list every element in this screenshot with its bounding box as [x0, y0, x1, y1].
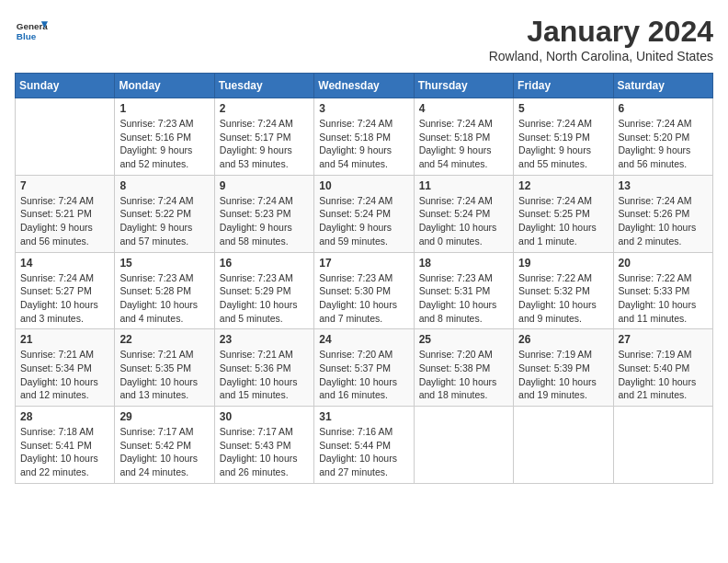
calendar-cell: 15Sunrise: 7:23 AM Sunset: 5:28 PM Dayli… — [115, 252, 214, 329]
calendar-cell: 19Sunrise: 7:22 AM Sunset: 5:32 PM Dayli… — [514, 252, 613, 329]
calendar-header-row: Sunday Monday Tuesday Wednesday Thursday… — [16, 74, 713, 98]
col-sunday: Sunday — [16, 74, 115, 98]
logo-icon: General Blue — [15, 15, 48, 48]
day-info: Sunrise: 7:24 AM Sunset: 5:18 PM Dayligh… — [319, 117, 408, 171]
calendar-cell: 5Sunrise: 7:24 AM Sunset: 5:19 PM Daylig… — [514, 98, 613, 176]
day-number: 16 — [220, 257, 309, 270]
day-number: 30 — [220, 410, 309, 423]
calendar-cell: 20Sunrise: 7:22 AM Sunset: 5:33 PM Dayli… — [613, 252, 712, 329]
calendar-cell: 1Sunrise: 7:23 AM Sunset: 5:16 PM Daylig… — [115, 98, 214, 176]
day-number: 23 — [220, 333, 309, 346]
calendar-cell: 18Sunrise: 7:23 AM Sunset: 5:31 PM Dayli… — [414, 252, 513, 329]
col-friday: Friday — [514, 74, 613, 98]
col-thursday: Thursday — [414, 74, 513, 98]
calendar-cell: 13Sunrise: 7:24 AM Sunset: 5:26 PM Dayli… — [613, 175, 712, 252]
calendar-cell: 17Sunrise: 7:23 AM Sunset: 5:30 PM Dayli… — [314, 252, 414, 329]
calendar-cell — [514, 407, 613, 484]
calendar-cell — [414, 407, 513, 484]
page-title: January 2024 — [489, 15, 713, 49]
day-number: 22 — [119, 333, 209, 346]
calendar-cell: 2Sunrise: 7:24 AM Sunset: 5:17 PM Daylig… — [214, 98, 313, 176]
day-info: Sunrise: 7:24 AM Sunset: 5:23 PM Dayligh… — [220, 194, 309, 248]
day-info: Sunrise: 7:16 AM Sunset: 5:44 PM Dayligh… — [319, 425, 408, 479]
day-info: Sunrise: 7:20 AM Sunset: 5:38 PM Dayligh… — [419, 348, 508, 402]
calendar-cell: 22Sunrise: 7:21 AM Sunset: 5:35 PM Dayli… — [115, 329, 214, 407]
day-number: 3 — [319, 102, 408, 115]
calendar-cell: 31Sunrise: 7:16 AM Sunset: 5:44 PM Dayli… — [314, 407, 414, 484]
page-subtitle: Rowland, North Carolina, United States — [489, 49, 713, 63]
day-info: Sunrise: 7:21 AM Sunset: 5:34 PM Dayligh… — [20, 348, 109, 402]
calendar-cell: 7Sunrise: 7:24 AM Sunset: 5:21 PM Daylig… — [16, 175, 115, 252]
day-info: Sunrise: 7:23 AM Sunset: 5:30 PM Dayligh… — [319, 271, 408, 326]
calendar-cell: 21Sunrise: 7:21 AM Sunset: 5:34 PM Dayli… — [16, 329, 115, 407]
calendar-cell — [16, 98, 115, 176]
day-info: Sunrise: 7:24 AM Sunset: 5:27 PM Dayligh… — [20, 271, 109, 326]
day-number: 19 — [518, 257, 608, 270]
day-number: 10 — [319, 179, 408, 192]
day-number: 5 — [518, 102, 608, 115]
day-info: Sunrise: 7:20 AM Sunset: 5:37 PM Dayligh… — [319, 348, 408, 402]
col-tuesday: Tuesday — [214, 74, 313, 98]
day-info: Sunrise: 7:17 AM Sunset: 5:43 PM Dayligh… — [220, 425, 309, 479]
day-info: Sunrise: 7:24 AM Sunset: 5:25 PM Dayligh… — [518, 194, 608, 248]
day-number: 13 — [619, 179, 708, 192]
calendar-cell: 3Sunrise: 7:24 AM Sunset: 5:18 PM Daylig… — [314, 98, 414, 176]
calendar-cell: 9Sunrise: 7:24 AM Sunset: 5:23 PM Daylig… — [214, 175, 313, 252]
day-number: 9 — [220, 179, 309, 192]
calendar-table: Sunday Monday Tuesday Wednesday Thursday… — [15, 73, 713, 484]
day-info: Sunrise: 7:24 AM Sunset: 5:24 PM Dayligh… — [419, 194, 508, 248]
day-info: Sunrise: 7:24 AM Sunset: 5:26 PM Dayligh… — [619, 194, 708, 248]
day-number: 8 — [119, 179, 209, 192]
day-info: Sunrise: 7:24 AM Sunset: 5:18 PM Dayligh… — [419, 117, 508, 171]
day-number: 29 — [119, 410, 209, 423]
day-number: 25 — [419, 333, 508, 346]
day-number: 20 — [619, 257, 708, 270]
day-number: 31 — [319, 410, 408, 423]
calendar-week-3: 14Sunrise: 7:24 AM Sunset: 5:27 PM Dayli… — [16, 252, 713, 329]
day-info: Sunrise: 7:23 AM Sunset: 5:16 PM Dayligh… — [119, 117, 209, 171]
day-info: Sunrise: 7:23 AM Sunset: 5:28 PM Dayligh… — [119, 271, 209, 326]
calendar-week-5: 28Sunrise: 7:18 AM Sunset: 5:41 PM Dayli… — [16, 407, 713, 484]
day-number: 14 — [20, 257, 109, 270]
day-number: 17 — [319, 257, 408, 270]
day-number: 27 — [619, 333, 708, 346]
day-info: Sunrise: 7:24 AM Sunset: 5:20 PM Dayligh… — [619, 117, 708, 171]
calendar-cell: 8Sunrise: 7:24 AM Sunset: 5:22 PM Daylig… — [115, 175, 214, 252]
calendar-cell: 16Sunrise: 7:23 AM Sunset: 5:29 PM Dayli… — [214, 252, 313, 329]
day-info: Sunrise: 7:23 AM Sunset: 5:29 PM Dayligh… — [220, 271, 309, 326]
day-info: Sunrise: 7:24 AM Sunset: 5:24 PM Dayligh… — [319, 194, 408, 248]
day-info: Sunrise: 7:19 AM Sunset: 5:40 PM Dayligh… — [619, 348, 708, 402]
day-info: Sunrise: 7:24 AM Sunset: 5:21 PM Dayligh… — [20, 194, 109, 248]
day-info: Sunrise: 7:23 AM Sunset: 5:31 PM Dayligh… — [419, 271, 508, 326]
day-info: Sunrise: 7:24 AM Sunset: 5:17 PM Dayligh… — [220, 117, 309, 171]
calendar-week-4: 21Sunrise: 7:21 AM Sunset: 5:34 PM Dayli… — [16, 329, 713, 407]
day-info: Sunrise: 7:22 AM Sunset: 5:32 PM Dayligh… — [518, 271, 608, 326]
day-number: 28 — [20, 410, 109, 423]
day-info: Sunrise: 7:19 AM Sunset: 5:39 PM Dayligh… — [518, 348, 608, 402]
day-number: 21 — [20, 333, 109, 346]
col-monday: Monday — [115, 74, 214, 98]
day-info: Sunrise: 7:21 AM Sunset: 5:36 PM Dayligh… — [220, 348, 309, 402]
title-block: January 2024 Rowland, North Carolina, Un… — [489, 15, 713, 63]
day-info: Sunrise: 7:18 AM Sunset: 5:41 PM Dayligh… — [20, 425, 109, 479]
col-saturday: Saturday — [613, 74, 712, 98]
calendar-cell: 6Sunrise: 7:24 AM Sunset: 5:20 PM Daylig… — [613, 98, 712, 176]
calendar-week-1: 1Sunrise: 7:23 AM Sunset: 5:16 PM Daylig… — [16, 98, 713, 176]
day-number: 11 — [419, 179, 508, 192]
calendar-cell: 30Sunrise: 7:17 AM Sunset: 5:43 PM Dayli… — [214, 407, 313, 484]
calendar-cell: 26Sunrise: 7:19 AM Sunset: 5:39 PM Dayli… — [514, 329, 613, 407]
calendar-cell: 11Sunrise: 7:24 AM Sunset: 5:24 PM Dayli… — [414, 175, 513, 252]
calendar-week-2: 7Sunrise: 7:24 AM Sunset: 5:21 PM Daylig… — [16, 175, 713, 252]
calendar-cell: 14Sunrise: 7:24 AM Sunset: 5:27 PM Dayli… — [16, 252, 115, 329]
calendar-cell: 24Sunrise: 7:20 AM Sunset: 5:37 PM Dayli… — [314, 329, 414, 407]
day-number: 7 — [20, 179, 109, 192]
calendar-cell — [613, 407, 712, 484]
calendar-cell: 29Sunrise: 7:17 AM Sunset: 5:42 PM Dayli… — [115, 407, 214, 484]
calendar-cell: 10Sunrise: 7:24 AM Sunset: 5:24 PM Dayli… — [314, 175, 414, 252]
calendar-cell: 27Sunrise: 7:19 AM Sunset: 5:40 PM Dayli… — [613, 329, 712, 407]
day-info: Sunrise: 7:21 AM Sunset: 5:35 PM Dayligh… — [119, 348, 209, 402]
page-header: General Blue January 2024 Rowland, North… — [15, 15, 713, 63]
day-number: 26 — [518, 333, 608, 346]
day-number: 2 — [220, 102, 309, 115]
calendar-cell: 28Sunrise: 7:18 AM Sunset: 5:41 PM Dayli… — [16, 407, 115, 484]
